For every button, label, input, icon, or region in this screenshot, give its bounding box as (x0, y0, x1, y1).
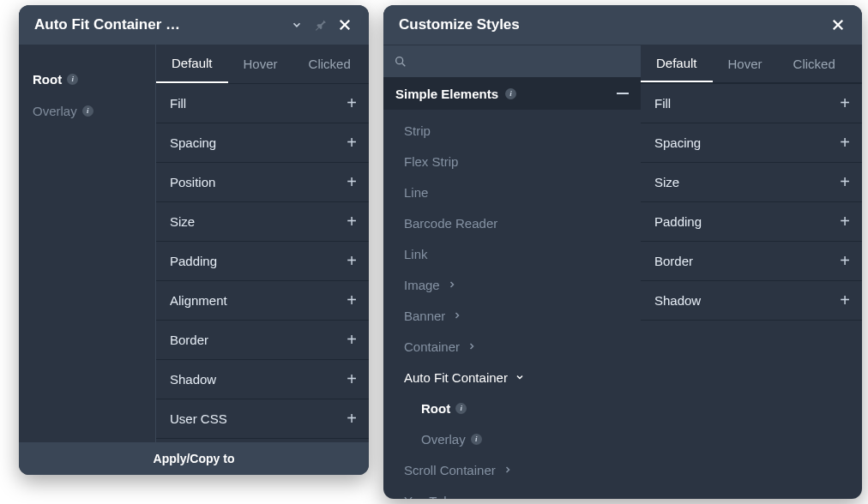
tab-clicked[interactable]: Clicked (778, 45, 851, 82)
info-icon[interactable]: i (505, 88, 516, 99)
search-icon (394, 55, 407, 69)
tree-node-image[interactable]: Image (383, 269, 641, 300)
plus-icon: + (840, 251, 850, 271)
prop-shadow[interactable]: Shadow+ (641, 281, 862, 321)
prop-padding[interactable]: Padding+ (641, 202, 862, 242)
plus-icon: + (347, 369, 357, 389)
svg-line-5 (402, 63, 405, 66)
prop-label: Position (170, 175, 215, 189)
tree-node-strip[interactable]: Strip (383, 115, 641, 146)
tree-node-auto-fit-container[interactable]: Auto Fit Container (383, 362, 641, 393)
chevron-right-icon (452, 310, 462, 321)
tree-node-label: Container (404, 339, 460, 354)
prop-label: Padding (654, 214, 702, 229)
tree-node-label: Root (421, 401, 450, 416)
panel-title: Customize Styles (399, 16, 826, 33)
customize-styles-panel: Customize Styles Simple Elements i Strip… (383, 5, 862, 499)
apply-copy-to-button[interactable]: Apply/Copy to (19, 442, 369, 475)
state-tabs: Default Hover Clicked (156, 45, 369, 84)
prop-label: Spacing (170, 135, 216, 150)
search-box[interactable] (383, 45, 641, 77)
prop-label: Border (654, 254, 693, 268)
svg-point-4 (396, 57, 403, 63)
element-part-list: Root i Overlay i (19, 45, 156, 442)
chevron-right-icon (503, 465, 513, 475)
collapse-icon (617, 93, 629, 94)
prop-padding[interactable]: Padding+ (156, 242, 369, 281)
prop-label: Spacing (654, 135, 701, 150)
prop-fill[interactable]: Fill+ (641, 84, 862, 123)
prop-spacing[interactable]: Spacing+ (156, 123, 369, 163)
tree-node-label: Barcode Reader (404, 216, 497, 231)
prop-position[interactable]: Position+ (156, 163, 369, 202)
plus-icon: + (347, 172, 357, 192)
info-icon[interactable]: i (471, 434, 482, 445)
element-tree: StripFlex StripLineBarcode ReaderLinkIma… (383, 110, 641, 499)
prop-border[interactable]: Border+ (641, 242, 862, 281)
tree-node-label: You Tube (404, 494, 458, 500)
tab-default[interactable]: Default (156, 45, 228, 83)
plus-icon: + (840, 133, 850, 153)
prop-fill[interactable]: Fill+ (156, 84, 369, 123)
plus-icon: + (347, 133, 357, 153)
prop-alignment[interactable]: Alignment+ (156, 281, 369, 321)
style-property-list: Fill+ Spacing+ Position+ Size+ Padding+ … (156, 84, 369, 442)
state-tabs: Default Hover Clicked (641, 45, 862, 84)
prop-label: Fill (170, 96, 186, 111)
tree-node-link[interactable]: Link (383, 238, 641, 269)
prop-label: Size (170, 214, 195, 229)
chevron-right-icon (467, 341, 477, 351)
pin-icon[interactable] (309, 13, 333, 37)
tree-node-overlay[interactable]: Overlayi (383, 423, 641, 454)
prop-border[interactable]: Border+ (156, 321, 369, 360)
prop-spacing[interactable]: Spacing+ (641, 123, 862, 163)
panel-title: Auto Fit Container … (34, 16, 281, 33)
tab-hover[interactable]: Hover (228, 45, 293, 83)
tree-node-label: Image (404, 278, 440, 292)
prop-label: Border (170, 333, 208, 347)
tree-node-you-tube[interactable]: You Tube (383, 485, 641, 499)
prop-label: Size (654, 175, 679, 189)
tree-node-scroll-container[interactable]: Scroll Container (383, 454, 641, 485)
prop-label: Alignment (170, 293, 227, 308)
search-input[interactable] (414, 55, 630, 69)
tree-node-line[interactable]: Line (383, 177, 641, 207)
info-icon[interactable]: i (455, 403, 467, 414)
info-icon[interactable]: i (82, 105, 93, 117)
tab-hover[interactable]: Hover (713, 45, 778, 82)
info-icon[interactable]: i (67, 74, 78, 85)
prop-label: Shadow (170, 372, 216, 387)
tree-node-label: Link (404, 247, 428, 261)
chevron-down-icon (515, 372, 525, 382)
section-simple-elements[interactable]: Simple Elements i (383, 77, 641, 110)
part-overlay[interactable]: Overlay i (19, 95, 155, 127)
tree-node-banner[interactable]: Banner (383, 300, 641, 331)
close-icon[interactable] (826, 13, 850, 37)
close-icon[interactable] (333, 13, 357, 37)
tab-default[interactable]: Default (641, 45, 713, 82)
part-root[interactable]: Root i (19, 63, 155, 95)
part-label: Root (33, 72, 62, 87)
plus-icon: + (347, 93, 357, 113)
prop-size[interactable]: Size+ (641, 163, 862, 202)
tree-node-root[interactable]: Rooti (383, 393, 641, 423)
plus-icon: + (347, 291, 357, 310)
tree-node-label: Auto Fit Container (404, 370, 508, 385)
panel-dropdown-icon[interactable] (285, 13, 309, 37)
plus-icon: + (840, 93, 850, 113)
auto-fit-container-panel: Auto Fit Container … Root i Overlay i De… (19, 5, 369, 475)
tab-clicked[interactable]: Clicked (293, 45, 366, 83)
plus-icon: + (347, 251, 357, 271)
tree-node-label: Overlay (421, 432, 466, 447)
prop-shadow[interactable]: Shadow+ (156, 360, 369, 399)
prop-size[interactable]: Size+ (156, 202, 369, 242)
plus-icon: + (347, 212, 357, 231)
prop-user-css[interactable]: User CSS+ (156, 399, 369, 439)
tree-node-barcode-reader[interactable]: Barcode Reader (383, 207, 641, 238)
tree-node-label: Flex Strip (404, 154, 458, 169)
tree-node-label: Line (404, 185, 428, 200)
plus-icon: + (347, 330, 357, 350)
tree-node-container[interactable]: Container (383, 331, 641, 362)
panel-header: Customize Styles (383, 5, 862, 45)
tree-node-flex-strip[interactable]: Flex Strip (383, 146, 641, 177)
